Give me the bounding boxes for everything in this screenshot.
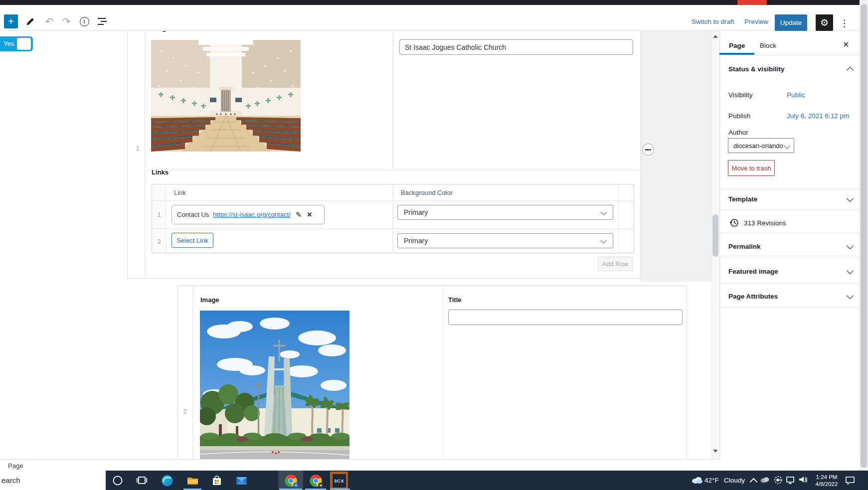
edge-icon — [161, 475, 174, 487]
visibility-value-link[interactable]: Public — [787, 91, 805, 99]
panel2-cell-divider — [443, 286, 443, 459]
meet-now-icon[interactable] — [774, 476, 783, 485]
3cx-icon: 3CX — [333, 474, 346, 488]
preview-link[interactable]: Preview — [744, 18, 768, 25]
clock[interactable]: 1:24 PM 4/8/2022 — [812, 474, 842, 488]
collapse-row-button[interactable] — [642, 144, 654, 156]
background-color-select-2[interactable]: Primary — [397, 233, 613, 248]
chrome-profile-badge: ★ — [318, 483, 324, 488]
revisions-link[interactable]: 313 Revisions — [744, 219, 786, 227]
image-field-label: Image — [200, 296, 219, 304]
visibility-label: Visibility — [728, 91, 753, 99]
weather-desc[interactable]: Cloudy — [724, 477, 745, 484]
panel1-row-divider — [145, 170, 641, 170]
tools-button[interactable] — [24, 16, 36, 28]
details-button[interactable]: i — [79, 16, 90, 27]
edit-link-icon[interactable]: ✎ — [296, 210, 302, 219]
link-value-box: Contact Us https://st-isaac.org/contact/… — [172, 205, 325, 224]
chrome-profile2-button[interactable]: ★ — [309, 474, 322, 487]
kebab-menu-icon: ⋮ — [840, 17, 850, 29]
tab-page[interactable]: Page — [729, 42, 745, 49]
file-explorer-button[interactable] — [186, 474, 199, 487]
link-title: Contact Us — [177, 211, 209, 218]
clipped-image-label: Image — [151, 31, 181, 33]
panel1-number-col-divider — [145, 31, 145, 278]
chevron-down-icon — [784, 143, 790, 149]
scroll-up-icon[interactable] — [713, 35, 718, 38]
template-section[interactable]: Template — [728, 195, 757, 203]
link-url[interactable]: https://st-isaac.org/contact/ — [213, 211, 290, 218]
title-input[interactable]: St Isaac Jogues Catholic Church — [399, 39, 633, 55]
scroll-down-icon[interactable] — [713, 450, 718, 453]
church-exterior-image[interactable] — [200, 311, 349, 459]
move-to-trash-button[interactable]: Move to trash — [728, 160, 775, 176]
plus-icon: + — [8, 16, 14, 27]
redo-button[interactable]: ↷ — [60, 15, 73, 28]
revisions-clock-icon — [729, 218, 739, 227]
tray-time: 1:24 PM — [812, 474, 842, 481]
breadcrumb: Page — [8, 462, 23, 470]
chrome-r-badge: R — [293, 483, 299, 488]
tab-block[interactable]: Block — [760, 42, 776, 49]
chevron-down-icon — [600, 237, 607, 244]
switch-to-draft-link[interactable]: Switch to draft — [692, 18, 734, 25]
pencil-icon — [25, 17, 35, 27]
row-number: 1 — [133, 145, 143, 152]
gear-icon: ⚙ — [820, 17, 829, 28]
add-row-button[interactable]: Add Row — [598, 257, 633, 271]
info-icon: i — [80, 17, 89, 26]
browser-scrollbar-thumb[interactable] — [861, 4, 867, 468]
select-link-button[interactable]: Select Link — [172, 233, 213, 248]
minus-icon — [645, 149, 651, 151]
redo-icon: ↷ — [62, 15, 71, 27]
links-row2-num: 2 — [154, 238, 164, 245]
row-number: 2 — [180, 408, 190, 415]
acf-true-false-toggle[interactable]: Yes — [0, 36, 33, 51]
toggle-label: Yes — [3, 40, 14, 47]
update-button[interactable]: Update — [775, 14, 807, 31]
mail-icon — [235, 475, 248, 487]
chrome-profile1-button[interactable]: R — [284, 474, 297, 487]
file-explorer-icon — [186, 475, 199, 487]
network-icon[interactable] — [786, 476, 796, 485]
links-col-background: Background Color — [401, 189, 453, 196]
onedrive-icon[interactable] — [760, 476, 770, 483]
toggle-knob[interactable] — [17, 38, 31, 50]
options-menu-button[interactable]: ⋮ — [839, 16, 851, 30]
editor-scrollbar-thumb[interactable] — [712, 214, 718, 257]
publish-date-link[interactable]: July 6, 2021 6:12 pm — [787, 112, 849, 120]
title-input-row2[interactable] — [448, 310, 683, 325]
weather-cloud-icon[interactable] — [691, 475, 703, 484]
taskbar-search-box[interactable]: earch — [0, 471, 106, 490]
mail-button[interactable] — [235, 474, 248, 487]
cortana-button[interactable] — [111, 474, 124, 487]
settings-button[interactable]: ⚙ — [816, 14, 833, 31]
ms-store-button[interactable] — [210, 474, 223, 487]
author-select[interactable]: diocesan-orlando — [728, 138, 794, 153]
editor-gutter — [641, 31, 711, 282]
speaker-icon[interactable] — [798, 475, 808, 484]
church-interior-image[interactable] — [151, 40, 301, 152]
permalink-section[interactable]: Permalink — [728, 243, 761, 250]
ms-store-icon — [211, 475, 223, 487]
task-view-button[interactable] — [136, 474, 149, 487]
remove-link-icon[interactable]: ✕ — [307, 211, 312, 218]
action-center-icon[interactable] — [845, 476, 856, 485]
background-color-select-1[interactable]: Primary — [397, 205, 613, 220]
featured-image-section[interactable]: Featured image — [728, 268, 778, 275]
panel2-number-col-divider — [192, 286, 193, 459]
status-visibility-header[interactable]: Status & visibility — [728, 65, 785, 73]
tray-date: 4/8/2022 — [812, 481, 842, 488]
close-sidebar-button[interactable]: ✕ — [843, 40, 849, 49]
undo-button[interactable]: ↶ — [43, 15, 56, 28]
edge-button[interactable] — [161, 474, 174, 487]
page-attributes-section[interactable]: Page Attributes — [728, 293, 778, 300]
weather-temp[interactable]: 42°F — [704, 477, 719, 484]
add-block-button[interactable]: + — [4, 14, 18, 28]
editor-toolbar: + ↶ ↷ i Switch to draft Preview Update ⚙… — [0, 5, 868, 31]
3cx-button[interactable]: 3CX — [330, 472, 348, 490]
undo-icon: ↶ — [45, 15, 54, 27]
list-view-button[interactable] — [98, 17, 109, 27]
list-view-icon — [98, 18, 106, 19]
search-text: earch — [1, 476, 20, 485]
